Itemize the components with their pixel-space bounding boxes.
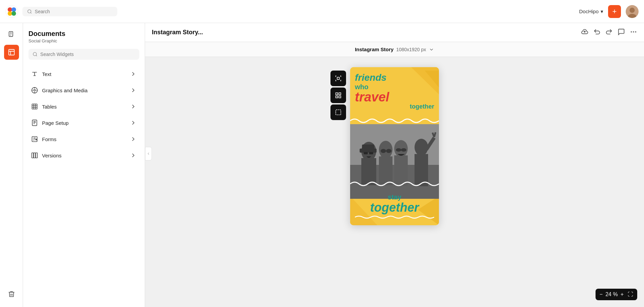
svg-rect-15 — [32, 104, 37, 109]
svg-rect-21 — [36, 153, 37, 158]
menu-item-tables[interactable]: Tables — [28, 98, 139, 115]
story-dropdown-icon[interactable] — [429, 47, 434, 52]
app-logo[interactable] — [5, 5, 18, 18]
svg-rect-25 — [337, 77, 340, 80]
menu-item-graphics[interactable]: Graphics and Media — [28, 82, 139, 98]
chevron-down-icon: ▾ — [601, 8, 603, 15]
add-button[interactable]: + — [608, 5, 621, 18]
snap-tool[interactable] — [330, 104, 346, 120]
svg-rect-28 — [336, 96, 338, 98]
canvas-wrapper: friends who travel together — [350, 67, 439, 225]
menu-item-forms[interactable]: Forms — [28, 131, 139, 147]
svg-line-6 — [31, 12, 32, 13]
canvas-sub-bar: Instagram Story 1080x1920 px — [145, 42, 644, 57]
graphics-icon — [31, 87, 38, 94]
icon-rail — [0, 23, 23, 307]
svg-point-1 — [8, 7, 12, 12]
story-line-travel: travel — [355, 91, 434, 103]
forms-icon — [31, 136, 38, 142]
chevron-right-icon — [130, 152, 137, 159]
story-size: 1080x1920 px — [396, 47, 426, 52]
svg-rect-11 — [8, 50, 14, 55]
global-search-bar[interactable] — [22, 7, 117, 16]
chevron-right-icon — [130, 71, 137, 77]
story-line-together-bottom: together — [355, 201, 434, 214]
story-label: Instagram Story — [355, 46, 394, 52]
svg-point-0 — [6, 5, 18, 17]
svg-point-12 — [33, 52, 37, 56]
zoom-fullscreen-button[interactable]: ⛶ — [628, 291, 633, 298]
canvas-tools — [330, 71, 346, 120]
zoom-out-button[interactable]: − — [600, 291, 603, 298]
topbar: DocHipo ▾ + — [0, 0, 644, 23]
versions-icon — [31, 152, 38, 159]
svg-point-5 — [28, 9, 31, 13]
tables-icon — [31, 103, 38, 110]
topbar-right: DocHipo ▾ + — [579, 5, 639, 18]
cloud-save-button[interactable] — [581, 28, 588, 37]
widget-search-input[interactable] — [40, 52, 135, 57]
document-title: Instagram Story... — [152, 29, 203, 36]
text-icon — [31, 71, 38, 77]
chevron-right-icon — [130, 119, 137, 126]
svg-point-14 — [34, 90, 36, 91]
rail-item-trash[interactable] — [4, 287, 19, 302]
panel-collapse-handle[interactable] — [145, 147, 152, 160]
search-icon — [27, 9, 32, 14]
canvas-viewport[interactable]: friends who travel together — [145, 57, 644, 307]
svg-point-4 — [12, 11, 16, 16]
search-input[interactable] — [35, 9, 113, 14]
svg-rect-20 — [34, 153, 36, 158]
page-setup-icon — [31, 119, 38, 126]
svg-point-24 — [636, 32, 636, 32]
svg-rect-18 — [36, 139, 37, 140]
chevron-right-icon — [130, 87, 137, 94]
menu-label-tables: Tables — [42, 104, 57, 110]
widget-search-bar[interactable] — [28, 49, 139, 60]
zoom-in-button[interactable]: + — [621, 291, 624, 298]
menu-label-text: Text — [42, 71, 52, 77]
svg-rect-29 — [339, 96, 341, 98]
svg-point-2 — [12, 7, 16, 12]
svg-rect-60 — [350, 124, 439, 199]
rail-item-documents[interactable] — [4, 27, 19, 42]
grid-tool[interactable] — [330, 88, 346, 103]
panel-title: Documents — [28, 30, 139, 38]
dochipo-label: DocHipo — [579, 8, 599, 14]
svg-rect-26 — [336, 93, 338, 95]
menu-label-graphics: Graphics and Media — [42, 88, 87, 93]
menu-item-text[interactable]: Text — [28, 66, 139, 82]
svg-rect-27 — [339, 93, 341, 95]
svg-rect-30 — [336, 110, 341, 115]
canvas-topbar-actions — [581, 28, 637, 37]
svg-point-22 — [631, 32, 632, 32]
svg-line-13 — [36, 55, 37, 56]
menu-label-versions: Versions — [42, 153, 62, 158]
menu-item-versions[interactable]: Versions — [28, 147, 139, 164]
canvas-topbar: Instagram Story... — [145, 23, 644, 42]
main-canvas-area: Instagram Story... — [145, 23, 644, 307]
story-line-together-top: together — [355, 103, 434, 110]
zoom-controls: − 24 % + ⛶ — [596, 289, 637, 300]
svg-point-3 — [8, 11, 12, 16]
story-line-who: who — [355, 83, 434, 91]
dochipo-menu[interactable]: DocHipo ▾ — [579, 8, 603, 15]
svg-rect-19 — [32, 153, 34, 158]
menu-label-page-setup: Page Setup — [42, 120, 68, 126]
more-options-button[interactable] — [630, 28, 637, 37]
chevron-right-icon — [130, 136, 137, 142]
zoom-fit-tool[interactable] — [330, 71, 346, 86]
undo-button[interactable] — [593, 28, 601, 37]
story-card: friends who travel together — [350, 67, 439, 225]
panel-subtitle: Social Graphic — [28, 38, 139, 43]
side-panel: Documents Social Graphic Text Graphics a… — [23, 23, 145, 307]
story-line-friends: friends — [355, 73, 434, 83]
redo-button[interactable] — [605, 28, 613, 37]
zoom-level: 24 % — [605, 291, 618, 298]
svg-point-8 — [629, 7, 635, 13]
rail-item-pages[interactable] — [4, 45, 19, 60]
search-icon — [33, 52, 38, 57]
user-avatar[interactable] — [626, 5, 639, 18]
comment-button[interactable] — [618, 28, 625, 37]
menu-item-page-setup[interactable]: Page Setup — [28, 115, 139, 131]
